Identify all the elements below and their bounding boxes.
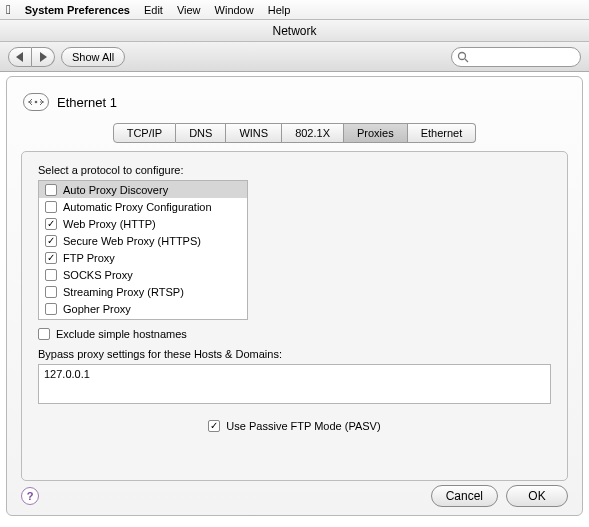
- show-all-label: Show All: [72, 51, 114, 63]
- menu-view[interactable]: View: [177, 4, 201, 16]
- window-title: Network: [272, 24, 316, 38]
- tab-row: TCP/IPDNSWINS802.1XProxiesEthernet: [21, 123, 568, 143]
- forward-button[interactable]: [32, 47, 55, 67]
- protocol-label: Secure Web Proxy (HTTPS): [63, 235, 201, 247]
- protocol-checkbox[interactable]: [45, 201, 57, 213]
- cancel-button[interactable]: Cancel: [431, 485, 498, 507]
- protocol-label: Web Proxy (HTTP): [63, 218, 156, 230]
- protocol-row[interactable]: FTP Proxy: [39, 249, 247, 266]
- protocol-row[interactable]: Secure Web Proxy (HTTPS): [39, 232, 247, 249]
- back-button[interactable]: [8, 47, 32, 67]
- select-protocol-label: Select a protocol to configure:: [38, 164, 551, 176]
- menubar:  System Preferences Edit View Window He…: [0, 0, 589, 20]
- protocol-row[interactable]: Gopher Proxy: [39, 300, 247, 317]
- nav-group: [8, 47, 55, 67]
- protocol-checkbox[interactable]: [45, 218, 57, 230]
- protocol-checkbox[interactable]: [45, 286, 57, 298]
- protocol-row[interactable]: Streaming Proxy (RTSP): [39, 283, 247, 300]
- window-titlebar: Network: [0, 20, 589, 42]
- protocol-row[interactable]: Automatic Proxy Configuration: [39, 198, 247, 215]
- pasv-label: Use Passive FTP Mode (PASV): [226, 420, 380, 432]
- svg-marker-1: [40, 52, 47, 62]
- protocol-checkbox[interactable]: [45, 235, 57, 247]
- protocol-checkbox[interactable]: [45, 252, 57, 264]
- protocol-checkbox[interactable]: [45, 184, 57, 196]
- interface-header: Ethernet 1: [21, 87, 568, 123]
- protocol-list[interactable]: Auto Proxy DiscoveryAutomatic Proxy Conf…: [38, 180, 248, 320]
- sheet-footer: ? Cancel OK: [21, 485, 568, 507]
- apple-menu-icon[interactable]: : [6, 2, 11, 17]
- cancel-label: Cancel: [446, 489, 483, 503]
- help-button[interactable]: ?: [21, 487, 39, 505]
- search-input[interactable]: [451, 47, 581, 67]
- protocol-checkbox[interactable]: [45, 269, 57, 281]
- app-menu[interactable]: System Preferences: [25, 4, 130, 16]
- interface-name: Ethernet 1: [57, 95, 117, 110]
- svg-point-4: [35, 101, 38, 104]
- menu-edit[interactable]: Edit: [144, 4, 163, 16]
- exclude-simple-label: Exclude simple hostnames: [56, 328, 187, 340]
- pasv-checkbox[interactable]: [208, 420, 220, 432]
- bypass-textarea[interactable]: [38, 364, 551, 404]
- tab-dns[interactable]: DNS: [176, 123, 226, 143]
- tab-ethernet[interactable]: Ethernet: [408, 123, 477, 143]
- protocol-label: Streaming Proxy (RTSP): [63, 286, 184, 298]
- menu-window[interactable]: Window: [215, 4, 254, 16]
- show-all-button[interactable]: Show All: [61, 47, 125, 67]
- menu-help[interactable]: Help: [268, 4, 291, 16]
- tab-tcp-ip[interactable]: TCP/IP: [113, 123, 176, 143]
- protocol-label: SOCKS Proxy: [63, 269, 133, 281]
- search-icon: [457, 51, 469, 63]
- tab-proxies[interactable]: Proxies: [344, 123, 408, 143]
- ok-label: OK: [528, 489, 545, 503]
- protocol-checkbox[interactable]: [45, 303, 57, 315]
- bypass-label: Bypass proxy settings for these Hosts & …: [38, 348, 551, 360]
- svg-marker-0: [16, 52, 23, 62]
- proxies-panel: Select a protocol to configure: Auto Pro…: [21, 151, 568, 481]
- ok-button[interactable]: OK: [506, 485, 568, 507]
- exclude-simple-checkbox[interactable]: [38, 328, 50, 340]
- protocol-row[interactable]: Auto Proxy Discovery: [39, 181, 247, 198]
- preferences-sheet: Ethernet 1 TCP/IPDNSWINS802.1XProxiesEth…: [6, 76, 583, 516]
- protocol-label: Auto Proxy Discovery: [63, 184, 168, 196]
- tab-wins[interactable]: WINS: [226, 123, 282, 143]
- protocol-row[interactable]: Web Proxy (HTTP): [39, 215, 247, 232]
- svg-point-2: [459, 52, 466, 59]
- ethernet-icon: [23, 93, 49, 111]
- triangle-right-icon: [39, 52, 47, 62]
- tab-802-1x[interactable]: 802.1X: [282, 123, 344, 143]
- svg-line-3: [465, 59, 468, 62]
- help-icon: ?: [27, 490, 34, 502]
- triangle-left-icon: [16, 52, 24, 62]
- protocol-label: Gopher Proxy: [63, 303, 131, 315]
- protocol-label: Automatic Proxy Configuration: [63, 201, 212, 213]
- protocol-row[interactable]: SOCKS Proxy: [39, 266, 247, 283]
- toolbar: Show All: [0, 42, 589, 72]
- protocol-label: FTP Proxy: [63, 252, 115, 264]
